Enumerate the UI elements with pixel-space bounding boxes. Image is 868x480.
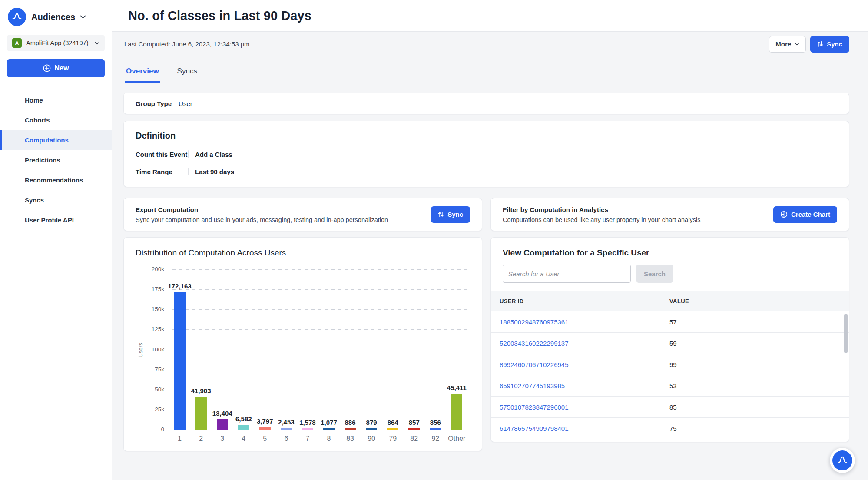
bar-group-3: 13,4043 — [217, 270, 228, 430]
y-tick-label: 200k — [144, 266, 164, 272]
column-header-user-id: USER ID — [500, 298, 669, 305]
bar-value-label: 41,903 — [191, 387, 211, 394]
bar-82[interactable] — [408, 428, 420, 430]
app-selector[interactable]: A AmpliFit App (324197) — [7, 35, 105, 51]
bar-value-label: 1,578 — [299, 419, 316, 426]
user-lookup-card: View Computation for a Specific User Sea… — [490, 237, 849, 442]
bar-1[interactable] — [174, 292, 186, 430]
bar-group-1: 172,1631 — [174, 270, 186, 430]
user-value: 59 — [669, 340, 677, 347]
bar-83[interactable] — [345, 428, 356, 430]
sync-arrows-icon — [817, 41, 823, 47]
sidebar-item-cohorts[interactable]: Cohorts — [0, 110, 112, 130]
bar-value-label: 857 — [409, 419, 420, 426]
sidebar-item-computations[interactable]: Computations — [0, 130, 112, 150]
app-name: AmpliFit App (324197) — [26, 40, 90, 46]
last-computed-text: Last Computed: June 6, 2023, 12:34:53 pm — [124, 40, 250, 48]
y-tick-label: 150k — [144, 306, 164, 312]
main-area: No. of Classes in Last 90 Days Last Comp… — [112, 0, 868, 480]
sync-arrows-icon — [438, 211, 444, 218]
sidebar-item-predictions[interactable]: Predictions — [0, 150, 112, 170]
workspace-name: Audiences — [31, 12, 75, 22]
user-id-link[interactable]: 8992460706710226945 — [500, 361, 669, 368]
group-type-value: User — [179, 100, 192, 107]
bar-value-label: 45,411 — [447, 384, 467, 391]
bar-4[interactable] — [238, 425, 249, 430]
user-value: 99 — [669, 361, 677, 368]
bar-5[interactable] — [259, 427, 271, 430]
bar-group-other: 45,411Other — [451, 270, 462, 430]
bar-92[interactable] — [430, 428, 441, 430]
definition-row-value: Add a Class — [195, 151, 232, 158]
definition-card: Definition Count this EventAdd a ClassTi… — [123, 121, 849, 187]
filter-card-title: Filter by Computation in Analytics — [503, 206, 766, 213]
table-row: 899246070671022694599 — [491, 354, 849, 375]
chevron-down-icon — [80, 15, 86, 19]
scrollbar-thumb[interactable] — [844, 314, 848, 353]
divider — [188, 150, 189, 158]
more-button[interactable]: More — [769, 36, 806, 53]
bar-79[interactable] — [387, 428, 398, 430]
table-row: 614786575490979840175 — [491, 418, 849, 439]
sidebar-item-user-profile-api[interactable]: User Profile API — [0, 210, 112, 230]
bar-value-label: 886 — [345, 419, 356, 426]
sidebar-item-home[interactable]: Home — [0, 90, 112, 110]
x-tick-label: 90 — [368, 435, 375, 443]
table-scrollbar[interactable] — [844, 314, 848, 418]
user-id-link[interactable]: 1885002948760975361 — [500, 318, 669, 326]
bar-group-2: 41,9032 — [195, 270, 207, 430]
workspace-switcher[interactable]: Audiences — [0, 0, 112, 32]
bar-value-label: 6,582 — [235, 415, 252, 423]
bar-7[interactable] — [302, 428, 313, 430]
definition-row-label: Count this Event — [136, 151, 188, 158]
bar-3[interactable] — [217, 419, 228, 430]
user-id-link[interactable]: 6147865754909798401 — [500, 425, 669, 432]
y-tick-label: 0 — [144, 426, 164, 433]
export-sync-button[interactable]: Sync — [431, 206, 470, 223]
sidebar-item-syncs[interactable]: Syncs — [0, 190, 112, 210]
amplitude-assistant-button[interactable] — [830, 448, 855, 473]
bar-value-label: 2,453 — [278, 418, 295, 426]
table-row: 188500294876097536157 — [491, 311, 849, 333]
bar-value-label: 172,163 — [168, 282, 191, 290]
plus-circle-icon — [43, 64, 51, 72]
bar-value-label: 879 — [366, 419, 377, 426]
user-table-body: 1885002948760975361575200343160222299137… — [491, 311, 849, 439]
x-tick-label: 6 — [284, 435, 288, 443]
page-header: No. of Classes in Last 90 Days — [112, 0, 868, 32]
bar-2[interactable] — [195, 397, 207, 430]
user-id-link[interactable]: 5750107823847296001 — [500, 404, 669, 411]
bar-group-90: 87990 — [366, 270, 377, 430]
user-table: USER ID VALUE 18850029487609753615752003… — [491, 291, 849, 439]
definition-rows: Count this EventAdd a ClassTime RangeLas… — [136, 150, 837, 175]
bar-90[interactable] — [366, 428, 377, 430]
x-tick-label: Other — [448, 435, 465, 443]
tab-syncs[interactable]: Syncs — [176, 67, 198, 83]
chart-title: Distribution of Computation Across Users — [136, 248, 470, 258]
content: OverviewSyncs Group Type User Definition… — [112, 56, 868, 480]
create-chart-button[interactable]: Create Chart — [773, 206, 837, 223]
bar-group-5: 3,7975 — [259, 270, 271, 430]
bar-group-7: 1,5787 — [302, 270, 313, 430]
user-id-link[interactable]: 5200343160222299137 — [500, 340, 669, 347]
bar-8[interactable] — [323, 428, 335, 430]
user-search-input[interactable] — [503, 265, 631, 283]
export-card-title: Export Computation — [136, 206, 424, 213]
tab-overview[interactable]: Overview — [125, 67, 160, 83]
definition-row: Count this EventAdd a Class — [136, 150, 837, 158]
sync-button[interactable]: Sync — [810, 36, 849, 53]
user-value: 57 — [669, 318, 677, 326]
user-search-button[interactable]: Search — [636, 265, 673, 283]
toolbar: Last Computed: June 6, 2023, 12:34:53 pm… — [112, 32, 868, 56]
sidebar-item-recommendations[interactable]: Recommendations — [0, 170, 112, 190]
bar-other[interactable] — [451, 394, 462, 430]
user-value: 85 — [669, 404, 677, 411]
user-value: 75 — [669, 425, 677, 432]
definition-row: Time RangeLast 90 days — [136, 168, 837, 175]
bar-6[interactable] — [281, 428, 292, 430]
new-button[interactable]: New — [7, 59, 105, 77]
bar-group-82: 85782 — [408, 270, 420, 430]
user-id-link[interactable]: 659102707745193985 — [500, 382, 669, 390]
x-tick-label: 92 — [431, 435, 439, 443]
x-tick-label: 83 — [346, 435, 354, 443]
